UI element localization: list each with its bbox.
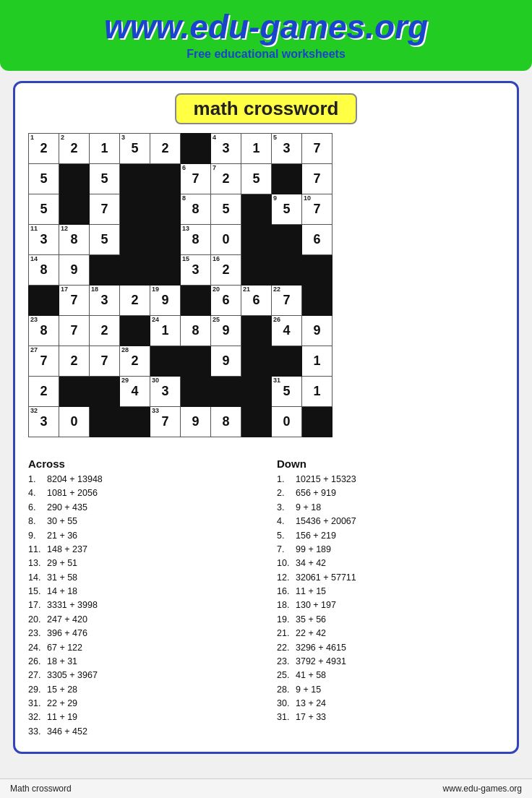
cell-r8c5-black: [150, 346, 181, 377]
clue-across-14: 14.31 + 58: [28, 571, 255, 585]
clue-across-8: 8.30 + 55: [28, 515, 255, 528]
cell-r9c3-black: [90, 377, 120, 407]
crossword-grid: 12 22 1 35 2 43 1 53 7 5 5: [28, 133, 332, 437]
down-clues: Down 1.10215 + 15323 2.656 + 919 3.9 + 1…: [277, 458, 504, 739]
cell-r3c3: 7: [90, 194, 120, 225]
clue-across-24: 24.67 + 122: [28, 641, 255, 655]
cell-r5c10-black: [302, 255, 332, 286]
cell-r7c2: 7: [59, 316, 90, 346]
cell-r6c10-black: [302, 286, 332, 316]
clue-down-21: 21.22 + 42: [277, 627, 504, 640]
cell-r3c9: 95: [272, 194, 302, 225]
cell-r5c3-black: [90, 255, 120, 286]
cell-r3c8-black: [241, 194, 272, 225]
cell-r5c6: 153: [181, 255, 211, 286]
cell-r3c1: 5: [29, 194, 59, 225]
cell-r10c4-black: [120, 407, 150, 437]
clue-across-31: 31.22 + 29: [28, 697, 255, 711]
clue-across-4: 4.1081 + 2056: [28, 486, 255, 500]
clue-across-32: 32.11 + 19: [28, 711, 255, 724]
cell-r2c4-black: [120, 164, 150, 194]
cell-r1c6-black: [181, 134, 211, 164]
cell-r8c6-black: [181, 346, 211, 377]
cell-r6c1-black: [29, 286, 59, 316]
cell-r2c7: 72: [211, 164, 241, 194]
cell-r7c5: 241: [150, 316, 181, 346]
page-footer: Math crossword www.edu-games.org: [0, 778, 532, 798]
cell-r10c1: 323: [29, 407, 59, 437]
clue-across-1: 1.8204 + 13948: [28, 473, 255, 486]
clue-down-12: 12.32061 + 57711: [277, 571, 504, 585]
cell-r7c8-black: [241, 316, 272, 346]
clue-down-22: 22.3296 + 4615: [277, 641, 504, 655]
cell-r8c7: 9: [211, 346, 241, 377]
cell-r9c7-black: [211, 377, 241, 407]
cell-r6c8: 216: [241, 286, 272, 316]
cell-r3c2-black: [59, 194, 90, 225]
cell-r2c9-black: [272, 164, 302, 194]
cell-r1c7: 43: [211, 134, 241, 164]
cell-r1c9: 53: [272, 134, 302, 164]
cell-r6c2: 177: [59, 286, 90, 316]
cell-r1c10: 7: [302, 134, 332, 164]
cell-r5c9-black: [272, 255, 302, 286]
clue-down-3: 3.9 + 18: [277, 501, 504, 515]
cell-r9c9: 315: [272, 377, 302, 407]
cell-r3c4-black: [120, 194, 150, 225]
cell-r5c1: 148: [29, 255, 59, 286]
clue-down-5: 5.156 + 219: [277, 529, 504, 543]
clue-down-23: 23.3792 + 4931: [277, 655, 504, 669]
cell-r6c5: 199: [150, 286, 181, 316]
site-header: www.edu-games.org Free educational works…: [0, 0, 532, 71]
clue-across-17: 17.3331 + 3998: [28, 598, 255, 612]
cell-r4c10: 6: [302, 225, 332, 255]
grid-table: 12 22 1 35 2 43 1 53 7 5 5: [28, 133, 332, 437]
cell-r4c9-black: [272, 225, 302, 255]
cell-r2c3: 5: [90, 164, 120, 194]
cell-r8c10: 1: [302, 346, 332, 377]
cell-r6c6-black: [181, 286, 211, 316]
cell-r4c5-black: [150, 225, 181, 255]
clue-down-4: 4.15436 + 20067: [277, 515, 504, 528]
cell-r8c1: 277: [29, 346, 59, 377]
cell-r4c4-black: [120, 225, 150, 255]
cell-r2c6: 67: [181, 164, 211, 194]
cell-r3c10: 107: [302, 194, 332, 225]
cell-r10c7: 8: [211, 407, 241, 437]
across-clues: Across 1.8204 + 13948 4.1081 + 2056 6.29…: [28, 458, 255, 739]
cell-r10c10-black: [302, 407, 332, 437]
cell-r6c4: 2: [120, 286, 150, 316]
clue-down-16: 16.11 + 15: [277, 585, 504, 598]
cell-r3c5-black: [150, 194, 181, 225]
cell-r7c10: 9: [302, 316, 332, 346]
clue-down-30: 30.13 + 24: [277, 697, 504, 711]
clue-down-31: 31.17 + 33: [277, 711, 504, 724]
cell-r8c8-black: [241, 346, 272, 377]
cell-r9c10: 1: [302, 377, 332, 407]
cell-r1c3: 1: [90, 134, 120, 164]
clue-across-11: 11.148 + 237: [28, 543, 255, 557]
cell-r5c2: 9: [59, 255, 90, 286]
cell-r2c2-black: [59, 164, 90, 194]
cell-r4c2: 128: [59, 225, 90, 255]
cell-r2c8: 5: [241, 164, 272, 194]
footer-left: Math crossword: [10, 784, 72, 794]
cell-r6c7: 206: [211, 286, 241, 316]
cell-r10c3-black: [90, 407, 120, 437]
clue-across-6: 6.290 + 435: [28, 501, 255, 515]
cell-r4c6: 138: [181, 225, 211, 255]
clue-across-15: 15.14 + 18: [28, 585, 255, 598]
cell-r2c1: 5: [29, 164, 59, 194]
clue-across-26: 26.18 + 31: [28, 655, 255, 669]
cell-r1c8: 1: [241, 134, 272, 164]
clue-across-23: 23.396 + 476: [28, 627, 255, 640]
clue-down-7: 7.99 + 189: [277, 543, 504, 557]
cell-r7c6: 8: [181, 316, 211, 346]
clues-section: Across 1.8204 + 13948 4.1081 + 2056 6.29…: [28, 458, 504, 739]
cell-r9c8-black: [241, 377, 272, 407]
clue-across-29: 29.15 + 28: [28, 683, 255, 697]
clue-across-13: 13.29 + 51: [28, 557, 255, 570]
clue-down-25: 25.41 + 58: [277, 669, 504, 682]
cell-r5c4-black: [120, 255, 150, 286]
cell-r4c8-black: [241, 225, 272, 255]
